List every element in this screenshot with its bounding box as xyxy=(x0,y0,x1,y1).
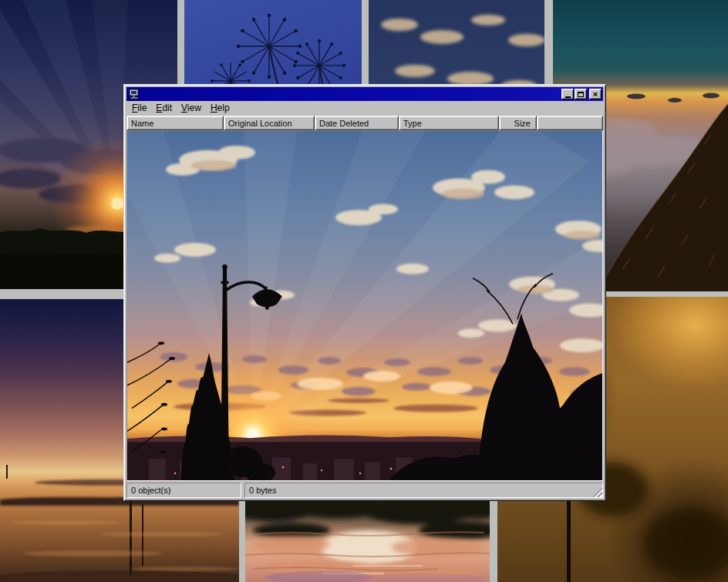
status-object-count: 0 object(s) xyxy=(126,483,241,498)
column-header-row: Name Original Location Date Deleted Type… xyxy=(126,116,603,130)
column-header-name[interactable]: Name xyxy=(126,116,224,130)
sunset-lamp-photo xyxy=(127,131,602,480)
menu-view[interactable]: View xyxy=(177,102,206,115)
list-view-empty-client-area[interactable] xyxy=(126,130,603,481)
computer-icon[interactable] xyxy=(128,89,140,99)
column-header-original-location[interactable]: Original Location xyxy=(224,116,315,130)
minimize-button[interactable] xyxy=(561,89,574,99)
maximize-icon xyxy=(578,92,584,97)
title-bar[interactable]: × xyxy=(126,87,603,101)
column-header-type[interactable]: Type xyxy=(399,116,499,130)
desktop: { "background": { "grout_color": "#bcbeb… xyxy=(0,0,728,582)
menu-edit[interactable]: Edit xyxy=(151,102,177,115)
status-bar: 0 object(s) 0 bytes xyxy=(126,483,603,498)
menu-help[interactable]: Help xyxy=(206,102,234,115)
status-byte-count: 0 bytes xyxy=(244,483,603,498)
menu-bar: File Edit View Help xyxy=(126,101,603,116)
minimize-icon xyxy=(565,96,571,98)
column-header-size[interactable]: Size xyxy=(499,116,537,130)
column-header-filler xyxy=(537,116,603,130)
maximize-button[interactable] xyxy=(575,89,587,99)
column-header-date-deleted[interactable]: Date Deleted xyxy=(315,116,399,130)
menu-file[interactable]: File xyxy=(127,102,151,115)
close-icon: × xyxy=(593,90,598,98)
recycle-bin-window: × File Edit View Help Name Original Loca… xyxy=(123,84,606,501)
close-button[interactable]: × xyxy=(589,89,602,99)
